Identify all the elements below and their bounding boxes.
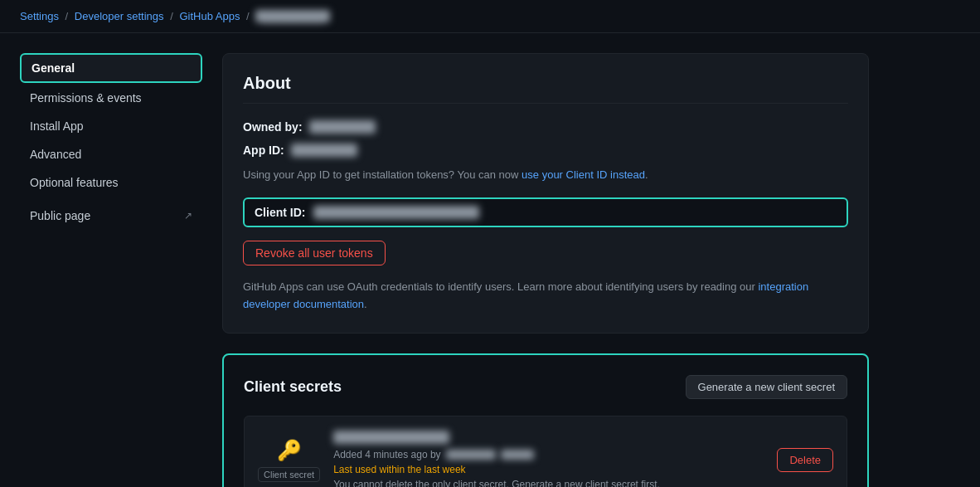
- revoke-tokens-button[interactable]: Revoke all user tokens: [243, 241, 386, 265]
- generate-secret-button[interactable]: Generate a new client secret: [686, 375, 847, 399]
- topbar: Settings / Developer settings / GitHub A…: [0, 0, 980, 33]
- owned-by-label: Owned by:: [243, 120, 303, 134]
- app-id-value: [291, 144, 357, 157]
- external-link-icon: ↗: [184, 210, 192, 222]
- sidebar-item-general-label: General: [32, 61, 75, 75]
- key-icon: 🔑: [277, 439, 302, 462]
- breadcrumb-github-apps[interactable]: GitHub Apps: [179, 10, 240, 22]
- secret-meta: Added 4 minutes ago by: [333, 449, 764, 460]
- owned-by-value: [309, 120, 376, 134]
- secret-details: Added 4 minutes ago by Last used within …: [333, 430, 764, 487]
- sidebar-item-permissions-events-label: Permissions & events: [30, 91, 142, 105]
- developer-doc-link[interactable]: developer documentation: [243, 298, 364, 310]
- breadcrumb-current-app: ████████: [255, 10, 330, 22]
- key-icon-wrap: 🔑 Client secret: [258, 439, 320, 482]
- breadcrumb-sep-1: /: [65, 10, 69, 22]
- secrets-header: Client secrets Generate a new client sec…: [244, 375, 847, 399]
- client-secret-label: Client secret: [258, 467, 320, 482]
- breadcrumb-settings[interactable]: Settings: [20, 10, 59, 22]
- app-id-label: App ID:: [243, 144, 284, 157]
- secret-author-extra: [501, 450, 534, 460]
- breadcrumb-sep-3: /: [246, 10, 250, 22]
- secrets-title: Client secrets: [244, 378, 342, 396]
- sidebar-item-advanced[interactable]: Advanced: [20, 141, 202, 168]
- sidebar: General Permissions & events Install App…: [20, 53, 202, 487]
- app-id-info: Using your App ID to get installation to…: [243, 167, 848, 184]
- client-id-box: Client ID:: [243, 197, 848, 227]
- sidebar-item-public-page[interactable]: Public page ↗: [20, 202, 202, 229]
- sidebar-item-permissions-events[interactable]: Permissions & events: [20, 85, 202, 111]
- sidebar-item-general[interactable]: General: [20, 53, 202, 83]
- about-title: About: [243, 74, 848, 104]
- client-id-value: [313, 206, 479, 219]
- last-used-text: Last used within the last week: [333, 464, 764, 475]
- client-id-label: Client ID:: [255, 206, 305, 219]
- sidebar-item-public-page-label: Public page: [30, 209, 90, 222]
- secret-author-blurred: [446, 450, 496, 460]
- sidebar-item-install-app[interactable]: Install App: [20, 113, 202, 139]
- owned-by-row: Owned by:: [243, 120, 848, 134]
- main-content: About Owned by: App ID: Using your App I…: [222, 53, 869, 487]
- main-layout: General Permissions & events Install App…: [0, 33, 980, 487]
- about-section: About Owned by: App ID: Using your App I…: [222, 53, 869, 334]
- client-id-link[interactable]: use your Client ID instead: [522, 168, 645, 181]
- oauth-note: GitHub Apps can use OAuth credentials to…: [243, 279, 848, 314]
- sidebar-item-install-app-label: Install App: [30, 119, 84, 133]
- secret-blurred-name: [333, 431, 449, 444]
- client-secrets-section: Client secrets Generate a new client sec…: [222, 353, 869, 487]
- sidebar-item-advanced-label: Advanced: [30, 148, 81, 161]
- breadcrumb-sep-2: /: [170, 10, 173, 22]
- app-id-row: App ID:: [243, 144, 848, 157]
- breadcrumb-developer-settings[interactable]: Developer settings: [75, 10, 164, 22]
- sidebar-item-optional-features[interactable]: Optional features: [20, 169, 202, 196]
- integration-link[interactable]: integration: [758, 280, 808, 293]
- delete-secret-button[interactable]: Delete: [777, 448, 833, 472]
- sidebar-item-optional-features-label: Optional features: [30, 176, 119, 189]
- secret-row: 🔑 Client secret Added 4 minutes ago by L…: [244, 416, 847, 487]
- warning-text: You cannot delete the only client secret…: [333, 479, 764, 487]
